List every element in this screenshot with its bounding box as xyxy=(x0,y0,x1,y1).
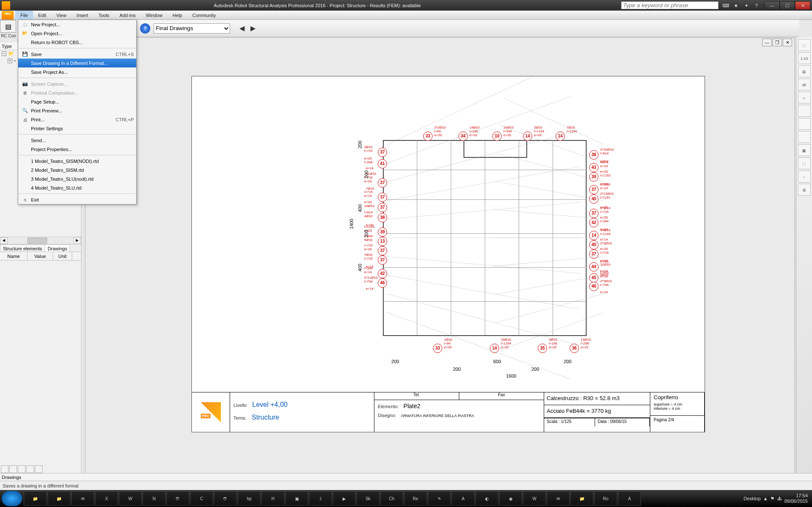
taskbar-item[interactable]: ⇩ xyxy=(309,491,332,506)
lb-icon[interactable] xyxy=(35,465,42,473)
right-tool-button[interactable]: ↔ xyxy=(798,171,811,182)
taskbar-item[interactable]: Re xyxy=(404,491,427,506)
tray-net-icon[interactable]: 🖧 xyxy=(777,496,782,501)
right-tool-button[interactable]: ▦ xyxy=(798,144,811,156)
right-tool-button[interactable]: ⬚ xyxy=(798,39,811,51)
taskbar-item[interactable]: Sk xyxy=(357,491,379,506)
right-tool-button[interactable]: ⊞ xyxy=(798,184,811,196)
taskbar-item[interactable]: ▣ xyxy=(285,491,308,506)
taskbar-item[interactable]: A xyxy=(618,491,641,506)
taskbar-item[interactable]: ✉ xyxy=(71,491,94,506)
taskbar-item[interactable]: 📁 xyxy=(570,491,593,506)
search-input[interactable] xyxy=(621,1,719,9)
file-menu-item[interactable]: 📷Screen Capture... xyxy=(18,79,136,88)
menu-file[interactable]: File xyxy=(15,11,33,20)
close-button[interactable]: ✕ xyxy=(795,1,810,10)
layout-combo[interactable]: Final Drawings xyxy=(154,23,230,34)
file-menu-item[interactable]: 2 Model_Teatro_SISM.rtd xyxy=(18,165,136,174)
taskbar-item[interactable]: hp xyxy=(238,491,261,506)
taskbar-item[interactable]: W xyxy=(523,491,546,506)
taskbar-item[interactable]: X xyxy=(95,491,118,506)
mdi-restore[interactable]: ❐ xyxy=(773,39,782,46)
right-tool-button[interactable]: ▤ xyxy=(798,65,811,77)
taskbar-item[interactable]: ◐ xyxy=(475,491,498,506)
menu-addins[interactable]: Add-Ins xyxy=(115,11,141,20)
drawings-panel-tab[interactable]: Drawings xyxy=(0,473,812,481)
right-tool-button[interactable]: ═ xyxy=(798,92,811,104)
taskbar-item[interactable]: N xyxy=(143,491,166,506)
right-tool-button[interactable]: 1:10 xyxy=(798,52,811,64)
right-tool-button[interactable] xyxy=(798,118,811,130)
taskbar-item[interactable]: Ro xyxy=(594,491,617,506)
taskbar-item[interactable]: ▶ xyxy=(333,491,356,506)
file-menu-item[interactable]: Send... xyxy=(18,136,136,145)
tree-h-scrollbar[interactable]: ◄ ► xyxy=(0,237,81,244)
tray-flag-icon[interactable]: ⚑ xyxy=(770,496,775,501)
menu-view[interactable]: View xyxy=(51,11,72,20)
right-tool-button[interactable] xyxy=(798,105,811,117)
file-menu-item[interactable]: 🔍Print Preview... xyxy=(18,106,136,115)
right-tool-button[interactable] xyxy=(798,131,811,143)
drawing-sheet[interactable]: 332*2Ø10l=99e=203414Ø10l=108e=101010Ø10l… xyxy=(191,76,705,432)
file-menu-item[interactable]: 🖨Print...CTRL+P xyxy=(18,115,136,124)
file-menu-item[interactable]: Save Project As... xyxy=(18,67,136,76)
system-tray[interactable]: Desktop ▲ ⚑ 🖧 17:54 09/06/2015 xyxy=(744,493,810,504)
col-unit[interactable]: Unit xyxy=(53,252,72,260)
menu-window[interactable]: Window xyxy=(140,11,167,20)
scroll-right[interactable]: ► xyxy=(73,237,81,244)
col-name[interactable]: Name xyxy=(0,252,28,260)
tab-structure-elements[interactable]: Structure elements xyxy=(0,244,45,252)
app-menu-button[interactable]: PRO xyxy=(2,11,14,20)
tree-expander[interactable]: + xyxy=(8,59,12,63)
menu-insert[interactable]: Insert xyxy=(71,11,93,20)
menu-help[interactable]: Help xyxy=(168,11,188,20)
taskbar-item[interactable]: C xyxy=(190,491,213,506)
tray-clock[interactable]: 17:54 09/06/2015 xyxy=(784,493,808,504)
taskbar-item[interactable]: A xyxy=(452,491,475,506)
file-menu-item[interactable]: 💾SaveCTRL+S xyxy=(18,50,136,59)
menu-community[interactable]: Community xyxy=(187,11,221,20)
file-menu-item[interactable]: 🗎Printout Composition... xyxy=(18,88,136,97)
lb-icon[interactable] xyxy=(9,465,17,473)
file-menu-item[interactable]: Page Setup... xyxy=(18,97,136,106)
prev-button[interactable]: ◀ xyxy=(237,23,247,34)
mdi-min[interactable]: — xyxy=(762,39,772,46)
file-menu-item[interactable]: 1 Model_Teatro_SISM(NODI).rtd xyxy=(18,157,136,165)
tray-up-icon[interactable]: ▲ xyxy=(763,496,768,501)
scroll-thumb[interactable] xyxy=(28,238,48,244)
col-value[interactable]: Value xyxy=(28,252,53,260)
file-menu-item[interactable]: Project Properties... xyxy=(18,145,136,154)
file-menu-item[interactable]: Return to ROBOT CBS... xyxy=(18,38,136,47)
taskbar-item[interactable]: ◉ xyxy=(499,491,522,506)
help-button[interactable]: ? xyxy=(140,23,150,34)
right-tool-button[interactable]: ab xyxy=(798,78,811,90)
file-menu-item[interactable]: 4 Model_Teatro_SLU.rtd xyxy=(18,183,136,192)
taskbar-item[interactable]: ✎ xyxy=(428,491,451,506)
scroll-left[interactable]: ◄ xyxy=(0,237,8,244)
taskbar-item[interactable]: H xyxy=(261,491,284,506)
lb-icon[interactable] xyxy=(18,465,25,473)
taskbar-item[interactable]: ✉ xyxy=(547,491,570,506)
taskbar-item[interactable]: W xyxy=(119,491,142,506)
file-menu-item[interactable]: 3 Model_Teatro_SLU(nodi).rtd xyxy=(18,174,136,183)
maximize-button[interactable]: ☐ xyxy=(780,1,795,10)
keys-icon[interactable]: ⌨ xyxy=(722,2,730,9)
taskbar-item[interactable]: Ch xyxy=(380,491,403,506)
menu-tools[interactable]: Tools xyxy=(93,11,115,20)
start-button[interactable] xyxy=(2,491,22,506)
taskbar-item[interactable]: ⛑ xyxy=(166,491,189,506)
star-icon[interactable]: ★ xyxy=(732,2,740,9)
file-menu-item[interactable]: 📂Open Project... xyxy=(18,29,136,38)
file-menu-item[interactable]: ⎋Exit xyxy=(18,195,136,204)
tree-expander[interactable]: − xyxy=(2,51,6,56)
star2-icon[interactable]: ✦ xyxy=(742,2,750,9)
lb-icon[interactable] xyxy=(26,465,34,473)
tab-drawings[interactable]: Drawings xyxy=(45,244,70,252)
file-menu-item[interactable]: Save Drawing in a Different Format... xyxy=(18,59,136,67)
next-button[interactable]: ▶ xyxy=(248,23,258,34)
taskbar-item[interactable]: ⛑ xyxy=(214,491,237,506)
taskbar-item[interactable]: 📁 xyxy=(48,491,70,506)
menu-edit[interactable]: Edit xyxy=(33,11,51,20)
right-tool-button[interactable]: ⬚ xyxy=(798,157,811,169)
file-menu-item[interactable]: Printer Settings xyxy=(18,124,136,133)
